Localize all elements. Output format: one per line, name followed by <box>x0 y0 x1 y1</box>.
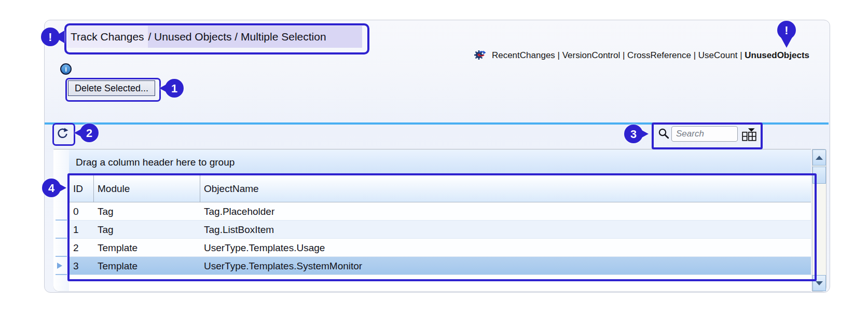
delete-selected-button[interactable]: Delete Selected... <box>68 80 155 96</box>
svg-text:!: ! <box>784 24 788 37</box>
row-selected-arrow-icon <box>57 263 62 269</box>
svg-text:2: 2 <box>86 127 92 140</box>
cell-objectname[interactable]: UserType.Templates.Usage <box>204 239 325 257</box>
nav-item-versioncontrol[interactable]: VersionControl <box>562 50 621 60</box>
cell-objectname[interactable]: Tag.Placeholder <box>204 202 274 221</box>
info-icon[interactable]: i <box>60 63 72 75</box>
search-icon <box>658 128 669 139</box>
cell-id[interactable]: 3 <box>73 257 79 275</box>
svg-text:!: ! <box>48 31 52 44</box>
group-by-band[interactable]: Drag a column header here to group <box>69 149 811 175</box>
nav-separator: | <box>555 50 562 60</box>
annotation-callout-3: 3 <box>623 122 650 145</box>
cell-objectname[interactable]: Tag.ListBoxItem <box>204 221 274 239</box>
svg-text:4: 4 <box>48 182 55 195</box>
vertical-scrollbar[interactable] <box>812 149 826 292</box>
nav-separator: | <box>620 50 627 60</box>
triangle-up-icon <box>816 156 823 160</box>
triangle-down-icon <box>816 281 823 285</box>
annotation-callout-1: 1 <box>158 77 185 100</box>
svg-text:3: 3 <box>630 128 637 141</box>
svg-text:1: 1 <box>171 82 177 95</box>
cell-module[interactable]: Template <box>98 257 137 275</box>
gear-sync-icon <box>474 48 486 61</box>
scroll-up-button[interactable] <box>812 149 826 166</box>
cell-objectname[interactable]: UserType.Templates.SystemMonitor <box>204 257 362 275</box>
table-row[interactable]: 0 Tag Tag.Placeholder <box>69 202 811 221</box>
annotation-callout-2: 2 <box>73 121 100 144</box>
nav-item-crossreference[interactable]: CrossReference <box>627 50 691 60</box>
row-divider-mark <box>56 256 67 257</box>
toolbar-separator-line <box>45 122 829 125</box>
table-row-selected[interactable]: 3 Template UserType.Templates.SystemMoni… <box>69 257 811 275</box>
column-header-module[interactable]: Module <box>98 175 130 202</box>
annotation-callout-4: 4 <box>40 176 67 199</box>
cell-module[interactable]: Tag <box>98 221 114 239</box>
annotation-exclamation-badge-nav: ! <box>775 20 798 51</box>
nav-separator: | <box>737 50 745 60</box>
nav-item-unusedobjects-active[interactable]: UnusedObjects <box>745 50 809 60</box>
grid-header-row: ID Module ObjectName <box>69 175 811 202</box>
page-title-highlighted: Track Changes <box>67 26 148 48</box>
row-divider-mark <box>56 238 67 239</box>
table-row[interactable]: 2 Template UserType.Templates.Usage <box>69 239 811 257</box>
refresh-icon <box>57 127 69 140</box>
refresh-button[interactable] <box>55 126 70 141</box>
row-divider-mark <box>56 274 67 275</box>
cell-id[interactable]: 0 <box>73 202 79 221</box>
cell-id[interactable]: 2 <box>73 239 79 257</box>
scroll-down-button[interactable] <box>812 275 826 291</box>
page-title-tab[interactable]: Track Changes / Unused Objects / Multipl… <box>67 26 362 48</box>
column-header-id[interactable]: ID <box>73 175 83 202</box>
column-chooser-icon[interactable] <box>741 127 757 142</box>
cell-module[interactable]: Template <box>98 239 137 257</box>
search-input[interactable] <box>671 126 738 142</box>
delete-selected-label: Delete Selected... <box>75 83 148 93</box>
cell-module[interactable]: Tag <box>98 202 114 221</box>
module-nav: RecentChanges | VersionControl | CrossRe… <box>446 48 809 63</box>
annotation-exclamation-badge-title: ! <box>39 25 66 48</box>
column-header-objectname[interactable]: ObjectName <box>204 175 259 202</box>
table-row[interactable]: 1 Tag Tag.ListBoxItem <box>69 221 811 239</box>
nav-item-recentchanges[interactable]: RecentChanges <box>492 50 555 60</box>
row-divider-mark <box>56 220 67 221</box>
scrollbar-thumb[interactable] <box>812 167 826 184</box>
cell-id[interactable]: 1 <box>73 221 79 239</box>
nav-separator: | <box>691 50 698 60</box>
screenshot-canvas: Track Changes / Unused Objects / Multipl… <box>0 0 868 315</box>
group-by-band-text: Drag a column header here to group <box>76 157 235 168</box>
page-title-rest: / Unused Objects / Multiple Selection <box>148 26 362 48</box>
nav-item-usecount[interactable]: UseCount <box>698 50 738 60</box>
